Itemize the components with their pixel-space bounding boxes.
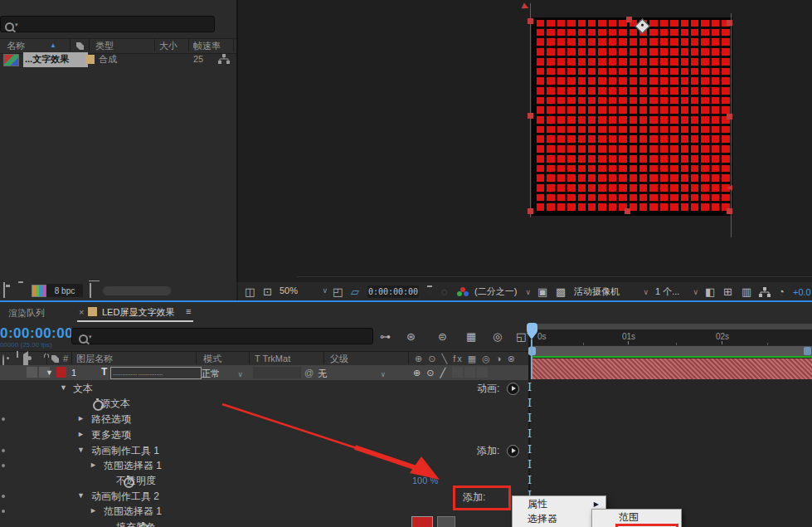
label-color-swatch[interactable] bbox=[85, 55, 95, 64]
grid-guides-icon[interactable]: ◰ bbox=[333, 286, 343, 297]
animate-menu-icon[interactable] bbox=[507, 383, 519, 395]
project-item-row[interactable]: ...文字效果 合成 25 bbox=[0, 52, 236, 68]
tab-render-queue[interactable]: 渲染队列 bbox=[8, 308, 45, 319]
column-framerate[interactable]: 帧速率 bbox=[193, 41, 221, 51]
prop-source-text[interactable]: 源文本 bbox=[100, 398, 130, 409]
project-scrollbar[interactable] bbox=[103, 286, 171, 295]
active-camera-select[interactable]: 活动摄像机 ∨ bbox=[574, 285, 649, 298]
selection-handle[interactable] bbox=[528, 113, 533, 119]
prop-more-options[interactable]: 更多选项 bbox=[91, 429, 131, 441]
viewer-timecode[interactable]: 0:00:00:00 bbox=[367, 285, 419, 298]
interpret-footage-icon[interactable] bbox=[3, 282, 5, 298]
parent-select[interactable]: 无 ∨ bbox=[318, 368, 386, 380]
prop-range-selector-1b[interactable]: 范围选择器 1 bbox=[104, 505, 162, 517]
project-item-name[interactable]: ...文字效果 bbox=[23, 52, 88, 67]
add-button[interactable]: 添加: bbox=[477, 445, 499, 456]
led-grid-layer[interactable] bbox=[532, 17, 732, 216]
column-type[interactable]: 类型 bbox=[95, 41, 114, 51]
layers-icon[interactable]: ◫ bbox=[245, 286, 255, 297]
flowchart-view-icon[interactable] bbox=[759, 287, 771, 298]
panel-menu-icon[interactable]: ≡ bbox=[186, 306, 191, 316]
column-name[interactable]: 名称 bbox=[7, 41, 25, 51]
layer-twirl-icon[interactable]: ▼ bbox=[46, 368, 53, 377]
column-trkmat[interactable]: T TrkMat bbox=[255, 354, 290, 364]
visibility-dot[interactable] bbox=[2, 464, 5, 467]
twirl-icon[interactable]: ► bbox=[90, 461, 97, 469]
twirl-icon[interactable]: ► bbox=[90, 507, 97, 515]
trkmat-cell[interactable] bbox=[253, 367, 301, 378]
column-size[interactable]: 大小 bbox=[159, 41, 177, 51]
hide-shy-layers-icon[interactable]: ⊜ bbox=[438, 331, 447, 342]
close-icon[interactable]: × bbox=[79, 307, 84, 318]
layer-name-field[interactable]: ............... ............... bbox=[110, 367, 202, 379]
timeline-timecode[interactable]: 0:00:00:00 bbox=[0, 325, 73, 342]
switch-cell[interactable] bbox=[477, 367, 488, 378]
monitor-icon[interactable]: ⊡ bbox=[263, 286, 272, 297]
region-of-interest-icon[interactable]: ▱ bbox=[351, 286, 359, 297]
prop-path-options[interactable]: 路径选项 bbox=[91, 413, 131, 425]
show-snapshot-icon[interactable]: ◌ bbox=[441, 286, 448, 297]
add-menu-icon[interactable] bbox=[507, 445, 519, 457]
column-parent[interactable]: 父级 bbox=[330, 354, 348, 364]
pixel-aspect-icon[interactable]: ⊞ bbox=[723, 286, 732, 297]
motion-blur-icon[interactable]: ◎ bbox=[493, 331, 502, 342]
exposure-value[interactable]: +0.0 bbox=[793, 287, 811, 297]
prop-range-selector-1[interactable]: 范围选择器 1 bbox=[104, 460, 162, 471]
column-layer-name[interactable]: 图层名称 bbox=[76, 354, 113, 364]
prop-fill-color[interactable]: 填充颜色 bbox=[116, 521, 156, 527]
selection-handle[interactable] bbox=[528, 18, 533, 24]
twirl-icon[interactable]: ▼ bbox=[77, 446, 85, 454]
opacity-value[interactable]: 100 % bbox=[412, 476, 438, 486]
bit-depth-button[interactable]: 8 bpc bbox=[46, 284, 83, 297]
target-region-icon[interactable]: ▣ bbox=[537, 286, 547, 297]
visibility-dot[interactable] bbox=[2, 510, 5, 513]
visibility-dot[interactable] bbox=[2, 495, 5, 498]
twirl-icon[interactable]: ► bbox=[77, 431, 85, 438]
column-mode[interactable]: 模式 bbox=[203, 354, 221, 364]
prop-animator-1[interactable]: 动画制作工具 1 bbox=[91, 445, 159, 456]
timeline-search-input[interactable]: ▾ bbox=[71, 328, 373, 344]
timeline-graph-icon[interactable]: ▥ bbox=[741, 286, 751, 297]
fill-color-picker-icon[interactable] bbox=[437, 516, 455, 527]
layer-duration-bar[interactable] bbox=[532, 359, 812, 379]
tab-composition[interactable]: × LED屏显文字效果 ≡ bbox=[73, 302, 197, 322]
twirl-icon[interactable]: ► bbox=[77, 415, 85, 422]
switch-cell[interactable] bbox=[452, 367, 463, 378]
zoom-select[interactable]: 50% ∨ bbox=[280, 285, 328, 295]
project-search-input[interactable]: ▾ bbox=[0, 16, 215, 32]
sort-ascending-icon[interactable]: ▲ bbox=[50, 41, 56, 49]
work-area-end-handle[interactable] bbox=[804, 347, 811, 355]
video-toggle-cell[interactable] bbox=[27, 367, 37, 378]
view-count-select[interactable]: 1 个... ∨ bbox=[655, 285, 698, 298]
selection-handle[interactable] bbox=[528, 208, 533, 214]
solo-icon[interactable] bbox=[27, 356, 32, 360]
twirl-icon[interactable]: ▼ bbox=[60, 384, 67, 392]
selection-handle[interactable] bbox=[727, 114, 732, 120]
selection-handle[interactable] bbox=[626, 17, 632, 22]
layer-switches[interactable]: ⊕ ⊙ ╱ bbox=[413, 368, 447, 378]
work-area-bar[interactable] bbox=[530, 346, 812, 356]
column-index[interactable]: # bbox=[63, 354, 68, 364]
switch-cell[interactable] bbox=[464, 367, 475, 378]
resolution-select[interactable]: (二分之一) ∨ bbox=[474, 285, 531, 298]
composition-mini-flowchart-icon[interactable]: ⊶ bbox=[380, 331, 391, 342]
layer-color-swatch[interactable] bbox=[56, 367, 66, 378]
selection-handle[interactable] bbox=[625, 208, 630, 214]
selection-handle[interactable] bbox=[727, 20, 732, 26]
visibility-dot[interactable] bbox=[2, 417, 5, 421]
visibility-dot[interactable] bbox=[2, 449, 5, 452]
trash-icon[interactable] bbox=[90, 283, 91, 298]
show-channel-icon[interactable] bbox=[457, 287, 469, 297]
playhead-line[interactable] bbox=[531, 339, 532, 379]
parent-pickwhip-icon[interactable]: @ bbox=[304, 368, 314, 378]
twirl-icon[interactable]: ▼ bbox=[77, 492, 85, 500]
transparency-grid-icon[interactable]: ▩ bbox=[556, 286, 566, 297]
graph-editor-icon[interactable]: ◱ bbox=[516, 331, 526, 342]
prop-opacity[interactable]: 不透明度 bbox=[116, 475, 156, 486]
new-composition-icon[interactable] bbox=[32, 285, 46, 297]
view-layout-icon[interactable]: ◧ bbox=[705, 286, 715, 297]
blend-mode-select[interactable]: 正常 ∨ bbox=[202, 368, 243, 380]
time-ruler[interactable] bbox=[530, 329, 812, 345]
fill-color-swatch[interactable] bbox=[411, 516, 433, 527]
prop-animator-2[interactable]: 动画制作工具 2 bbox=[91, 490, 159, 502]
